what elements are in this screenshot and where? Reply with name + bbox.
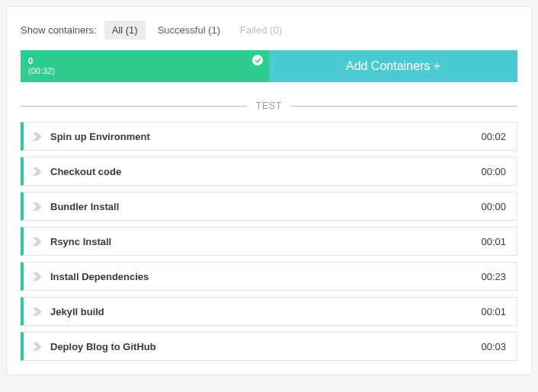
step-name: Spin up Environment bbox=[50, 131, 481, 142]
step-duration: 00:00 bbox=[481, 201, 506, 212]
step-duration: 00:01 bbox=[481, 306, 506, 317]
steps-list: Spin up Environment00:02Checkout code00:… bbox=[21, 122, 517, 361]
step-row[interactable]: Spin up Environment00:02 bbox=[21, 122, 517, 151]
step-row[interactable]: Jekyll build00:01 bbox=[21, 297, 517, 326]
chevron-right-icon bbox=[31, 272, 41, 282]
container-tab-0[interactable]: 0 (00:32) bbox=[21, 50, 269, 82]
filter-all[interactable]: All (1) bbox=[104, 21, 146, 40]
container-header: 0 (00:32) Add Containers + bbox=[21, 50, 517, 82]
step-name: Deploy Blog to GitHub bbox=[50, 341, 481, 352]
chevron-right-icon bbox=[31, 342, 41, 352]
step-duration: 00:01 bbox=[481, 236, 506, 247]
chevron-right-icon bbox=[31, 132, 41, 142]
step-row[interactable]: Bundler Install00:00 bbox=[21, 192, 517, 221]
step-name: Bundler Install bbox=[50, 201, 481, 212]
filter-row: Show containers: All (1) Successful (1) … bbox=[21, 21, 517, 40]
step-name: Install Dependencies bbox=[50, 271, 481, 282]
add-containers-label: Add Containers + bbox=[346, 59, 440, 73]
chevron-right-icon bbox=[31, 237, 41, 247]
container-time: (00:32) bbox=[28, 66, 261, 76]
step-row[interactable]: Rsync Install00:01 bbox=[21, 227, 517, 256]
divider-line-right bbox=[291, 106, 517, 107]
filter-successful[interactable]: Successful (1) bbox=[150, 21, 228, 40]
chevron-right-icon bbox=[31, 307, 41, 317]
filter-failed[interactable]: Failed (0) bbox=[232, 21, 290, 40]
step-duration: 00:02 bbox=[481, 131, 506, 142]
step-name: Jekyll build bbox=[50, 306, 481, 317]
build-panel: Show containers: All (1) Successful (1) … bbox=[6, 6, 532, 375]
step-name: Checkout code bbox=[50, 166, 481, 177]
section-label: TEST bbox=[256, 100, 283, 111]
step-row[interactable]: Checkout code00:00 bbox=[21, 157, 517, 186]
chevron-right-icon bbox=[31, 202, 41, 212]
step-duration: 00:00 bbox=[481, 166, 506, 177]
step-row[interactable]: Deploy Blog to GitHub00:03 bbox=[21, 332, 517, 361]
container-index: 0 bbox=[28, 56, 261, 66]
step-name: Rsync Install bbox=[50, 236, 481, 247]
add-containers-button[interactable]: Add Containers + bbox=[269, 50, 517, 82]
section-divider: TEST bbox=[21, 100, 517, 111]
success-check-icon bbox=[252, 55, 263, 65]
divider-line-left bbox=[21, 106, 247, 107]
step-row[interactable]: Install Dependencies00:23 bbox=[21, 262, 517, 291]
step-duration: 00:23 bbox=[481, 271, 506, 282]
filter-label: Show containers: bbox=[21, 24, 97, 36]
chevron-right-icon bbox=[31, 167, 41, 177]
step-duration: 00:03 bbox=[481, 341, 506, 352]
